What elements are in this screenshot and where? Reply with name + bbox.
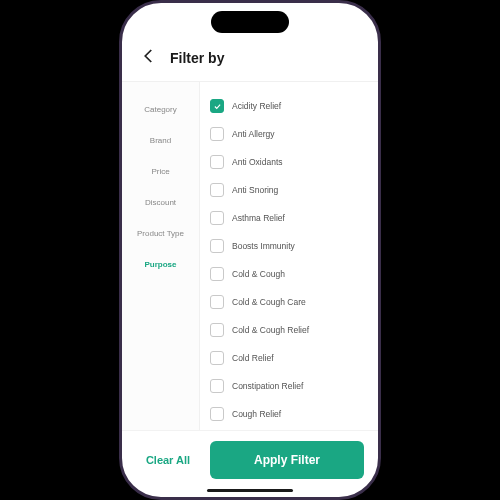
body: CategoryBrandPriceDiscountProduct TypePu… bbox=[122, 81, 378, 430]
checkbox-icon[interactable] bbox=[210, 211, 224, 225]
screen: Filter by CategoryBrandPriceDiscountProd… bbox=[122, 3, 378, 497]
sidebar-item-product-type[interactable]: Product Type bbox=[122, 218, 199, 249]
sidebar-item-label: Product Type bbox=[137, 229, 184, 238]
option-row[interactable]: Anti Oxidants bbox=[210, 148, 374, 176]
option-label: Cold & Cough bbox=[232, 269, 285, 279]
checkbox-icon[interactable] bbox=[210, 267, 224, 281]
option-label: Cold Relief bbox=[232, 353, 274, 363]
checkbox-icon[interactable] bbox=[210, 295, 224, 309]
checkbox-icon[interactable] bbox=[210, 183, 224, 197]
checkbox-checked-icon[interactable] bbox=[210, 99, 224, 113]
option-label: Asthma Relief bbox=[232, 213, 285, 223]
filter-category-sidebar: CategoryBrandPriceDiscountProduct TypePu… bbox=[122, 82, 200, 430]
sidebar-item-label: Brand bbox=[150, 136, 171, 145]
sidebar-item-discount[interactable]: Discount bbox=[122, 187, 199, 218]
apply-filter-button[interactable]: Apply Filter bbox=[210, 441, 364, 479]
option-row[interactable]: Asthma Relief bbox=[210, 204, 374, 232]
option-row[interactable]: Boosts Immunity bbox=[210, 232, 374, 260]
option-row[interactable]: Constipation Relief bbox=[210, 372, 374, 400]
option-row[interactable]: Cold & Cough Relief bbox=[210, 316, 374, 344]
option-row[interactable]: Cold & Cough bbox=[210, 260, 374, 288]
sidebar-item-category[interactable]: Category bbox=[122, 94, 199, 125]
option-label: Cold & Cough Care bbox=[232, 297, 306, 307]
option-label: Acidity Relief bbox=[232, 101, 281, 111]
back-arrow-icon[interactable] bbox=[140, 47, 158, 69]
checkbox-icon[interactable] bbox=[210, 239, 224, 253]
sidebar-item-label: Category bbox=[144, 105, 176, 114]
header: Filter by bbox=[122, 41, 378, 81]
option-row[interactable]: Anti Allergy bbox=[210, 120, 374, 148]
option-row[interactable]: Acidity Relief bbox=[210, 92, 374, 120]
checkbox-icon[interactable] bbox=[210, 127, 224, 141]
phone-frame: Filter by CategoryBrandPriceDiscountProd… bbox=[119, 0, 381, 500]
sidebar-item-brand[interactable]: Brand bbox=[122, 125, 199, 156]
option-row[interactable]: Cold & Cough Care bbox=[210, 288, 374, 316]
clear-all-button[interactable]: Clear All bbox=[136, 454, 200, 466]
option-label: Cough Relief bbox=[232, 409, 281, 419]
option-label: Cold & Cough Relief bbox=[232, 325, 309, 335]
notch bbox=[211, 11, 289, 33]
footer: Clear All Apply Filter bbox=[122, 430, 378, 497]
page-title: Filter by bbox=[170, 50, 224, 66]
checkbox-icon[interactable] bbox=[210, 323, 224, 337]
home-indicator bbox=[207, 489, 293, 492]
sidebar-item-label: Purpose bbox=[144, 260, 176, 269]
sidebar-item-price[interactable]: Price bbox=[122, 156, 199, 187]
option-label: Constipation Relief bbox=[232, 381, 303, 391]
option-label: Boosts Immunity bbox=[232, 241, 295, 251]
option-row[interactable]: Cough Relief bbox=[210, 400, 374, 428]
checkbox-icon[interactable] bbox=[210, 379, 224, 393]
option-row[interactable]: Cold Relief bbox=[210, 344, 374, 372]
sidebar-item-label: Discount bbox=[145, 198, 176, 207]
option-label: Anti Snoring bbox=[232, 185, 278, 195]
option-row[interactable]: Anti Snoring bbox=[210, 176, 374, 204]
option-label: Anti Oxidants bbox=[232, 157, 283, 167]
checkbox-icon[interactable] bbox=[210, 351, 224, 365]
checkbox-icon[interactable] bbox=[210, 407, 224, 421]
option-label: Anti Allergy bbox=[232, 129, 275, 139]
sidebar-item-label: Price bbox=[151, 167, 169, 176]
checkbox-icon[interactable] bbox=[210, 155, 224, 169]
sidebar-item-purpose[interactable]: Purpose bbox=[122, 249, 199, 280]
filter-options-list: Acidity ReliefAnti AllergyAnti OxidantsA… bbox=[200, 82, 378, 430]
